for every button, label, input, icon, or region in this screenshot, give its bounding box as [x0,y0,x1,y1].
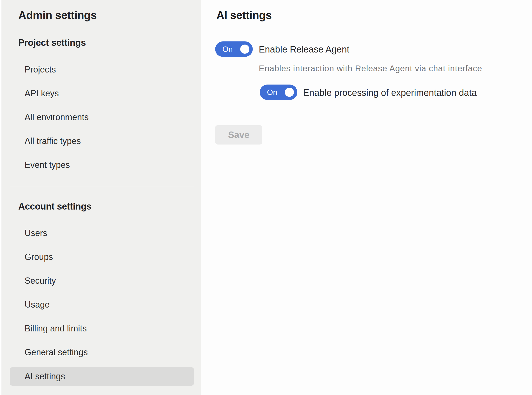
section-header-project-settings: Project settings [18,38,86,48]
sidebar-item-all-environments[interactable]: All environments [25,112,89,122]
section-header-account-settings: Account settings [18,201,91,212]
admin-settings-page: Admin settings Project settings Projects… [0,0,532,395]
sidebar-item-general-settings[interactable]: General settings [25,347,88,357]
toggle-knob [285,88,294,97]
sidebar-item-all-traffic-types[interactable]: All traffic types [25,136,81,146]
sidebar-item-security[interactable]: Security [25,276,56,286]
sidebar-title: Admin settings [18,9,97,22]
sidebar-item-event-types[interactable]: Event types [25,160,70,170]
enable-release-agent-toggle[interactable]: On [215,41,253,57]
enable-release-agent-label: Enable Release Agent [259,44,349,55]
save-button[interactable]: Save [215,125,262,145]
toggle-knob [240,45,249,54]
sidebar: Admin settings Project settings Projects… [1,0,201,395]
sidebar-item-users[interactable]: Users [25,228,47,238]
sidebar-item-projects[interactable]: Projects [25,65,56,75]
sidebar-item-ai-settings-label: AI settings [25,371,65,382]
sidebar-item-api-keys[interactable]: API keys [25,88,59,99]
sidebar-item-groups[interactable]: Groups [25,252,53,262]
sidebar-item-billing-and-limits[interactable]: Billing and limits [25,323,87,334]
release-agent-description: Enables interaction with Release Agent v… [259,64,482,73]
toggle-on-label: On [267,88,277,97]
enable-experimentation-data-label: Enable processing of experimentation dat… [303,88,477,98]
page-title: AI settings [216,9,272,22]
enable-experimentation-data-toggle[interactable]: On [260,85,297,100]
toggle-on-label: On [222,45,233,54]
main-content: AI settings On Enable Release Agent Enab… [201,0,532,395]
sidebar-divider [10,187,194,187]
sidebar-item-ai-settings[interactable]: AI settings [10,367,194,386]
sidebar-item-usage[interactable]: Usage [25,300,50,310]
